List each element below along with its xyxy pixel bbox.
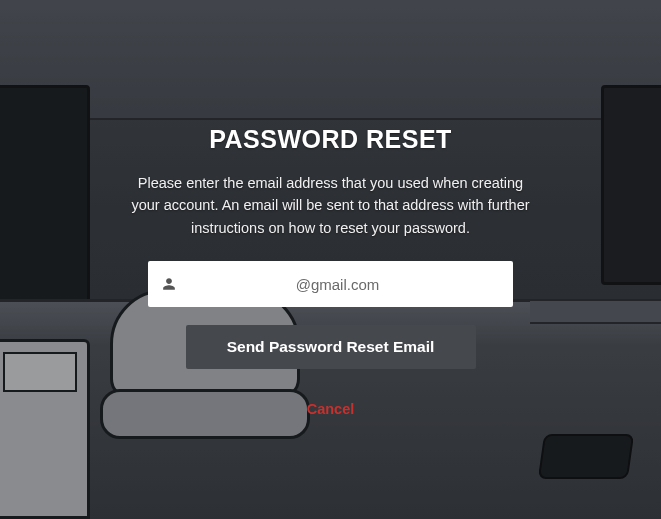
email-input-wrapper[interactable] (148, 261, 513, 307)
email-field[interactable] (176, 276, 499, 293)
password-reset-modal: PASSWORD RESET Please enter the email ad… (0, 0, 661, 417)
instructions-text: Please enter the email address that you … (131, 172, 531, 239)
cancel-link[interactable]: Cancel (307, 401, 355, 417)
send-reset-email-button[interactable]: Send Password Reset Email (186, 325, 476, 369)
page-title: PASSWORD RESET (209, 125, 452, 154)
user-icon (162, 277, 176, 291)
